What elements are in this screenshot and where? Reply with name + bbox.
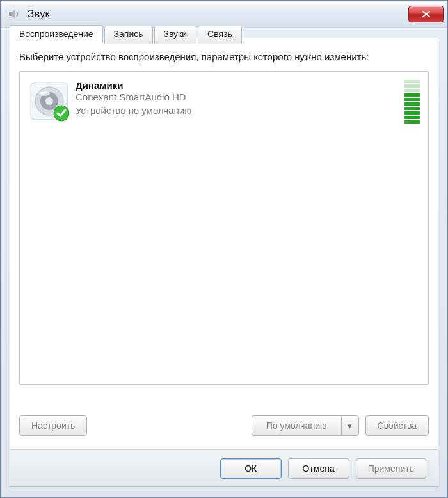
chevron-down-icon: ▾ [348,421,352,431]
close-icon [422,10,431,18]
svg-point-5 [45,97,53,105]
tab-content: Выберите устройство воспроизведения, пар… [19,51,429,406]
device-text: Динамики Conexant SmartAudio HD Устройст… [76,79,399,117]
tab-strip: Воспроизведение Запись Звуки Связь [10,25,243,43]
device-driver: Conexant SmartAudio HD [76,91,399,104]
set-default-button[interactable]: По умолчанию [252,415,341,436]
set-default-split-button[interactable]: По умолчанию ▾ [252,415,359,436]
device-actions: Настроить По умолчанию ▾ Свойства [19,415,429,437]
tab-communications[interactable]: Связь [198,26,242,44]
close-button[interactable] [408,6,444,22]
tab-playback[interactable]: Воспроизведение [10,25,103,43]
titlebar[interactable]: Звук [1,1,447,28]
set-default-dropdown[interactable]: ▾ [341,415,359,436]
svg-marker-1 [12,10,15,19]
dialog-footer: ОК Отмена Применить [10,449,438,486]
sound-icon [7,7,21,21]
speaker-icon [27,79,76,125]
svg-point-6 [40,91,50,96]
device-item[interactable]: Динамики Conexant SmartAudio HD Устройст… [22,74,426,130]
level-meter [404,80,420,124]
configure-button[interactable]: Настроить [19,415,87,436]
ok-button[interactable]: ОК [220,458,282,479]
cancel-button[interactable]: Отмена [288,458,349,479]
tab-recording[interactable]: Запись [104,26,153,44]
dialog-body: Выберите устройство воспроизведения, пар… [10,38,438,487]
device-list[interactable]: Динамики Conexant SmartAudio HD Устройст… [19,71,429,385]
properties-button[interactable]: Свойства [365,415,429,436]
apply-button[interactable]: Применить [356,458,426,479]
device-name: Динамики [76,80,399,91]
instruction-text: Выберите устройство воспроизведения, пар… [19,51,429,63]
sound-dialog: Звук Воспроизведение Запись Звуки Связь … [0,0,448,498]
window-title: Звук [28,8,408,20]
svg-rect-0 [9,12,12,16]
device-status: Устройство по умолчанию [76,104,399,117]
tab-sounds[interactable]: Звуки [154,26,197,44]
